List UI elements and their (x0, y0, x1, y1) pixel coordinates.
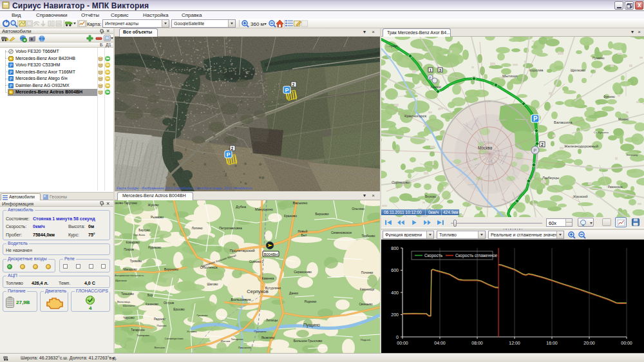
svg-text:В004ВН: В004ВН (264, 252, 278, 256)
svg-text:Услимы: Услимы (187, 330, 197, 333)
svg-text:2: 2 (541, 142, 544, 147)
svg-text:Каменка: Каменка (262, 277, 274, 280)
svg-text:Щиглево: Щиглево (115, 279, 127, 282)
svg-text:P: P (227, 151, 231, 158)
svg-text:Дубна: Дубна (236, 205, 247, 209)
svg-text:Жуковский: Жуковский (573, 195, 588, 198)
svg-text:Электроу.: Электроу. (626, 153, 638, 157)
svg-text:200: 200 (391, 312, 399, 317)
svg-text:Скорость сглаженное: Скорость сглаженное (455, 253, 498, 258)
svg-text:20:00: 20:00 (583, 341, 595, 345)
svg-text:Яковлево: Яковлево (261, 336, 275, 339)
svg-text:Сераксеево: Сераксеево (294, 270, 312, 274)
svg-text:Починки: Починки (361, 271, 374, 274)
svg-text:Вятское: Вятское (155, 346, 166, 349)
svg-text:P: P (534, 148, 537, 153)
svg-text:P: P (10, 83, 12, 88)
svg-text:...град: ...град (386, 44, 398, 48)
svg-text:Черноково-Тарутино: Черноково-Тарутино (115, 202, 137, 205)
svg-text:Остров: Остров (164, 301, 175, 305)
svg-text:Фрязино: Фрязино (603, 95, 615, 99)
svg-text:Заворово: Заворово (137, 334, 149, 337)
svg-text:Химки: Химки (430, 85, 440, 89)
svg-text:Ершово: Ершово (173, 308, 185, 311)
svg-text:Пушкино: Пушкино (592, 57, 605, 60)
svg-text:Тиньково: Тиньково (121, 292, 134, 296)
svg-text:Большевик: Большевик (231, 298, 251, 301)
svg-text:Окн-База: Окн-База (133, 233, 146, 236)
svg-text:Макарово: Макарово (123, 268, 137, 271)
svg-text:08:00: 08:00 (471, 341, 483, 345)
svg-text:Казаново: Казаново (146, 303, 158, 306)
svg-text:Пыгово: Пыгово (157, 324, 167, 327)
svg-text:Подсоб.: Подсоб. (361, 338, 371, 341)
svg-text:Королёв: Королёв (529, 68, 544, 72)
svg-text:Быт: Быт (301, 234, 308, 237)
svg-text:Внуково: Внуково (425, 195, 437, 198)
svg-text:Комарово: Комарово (126, 241, 140, 244)
svg-text:Торбеево: Торбеево (361, 234, 375, 238)
svg-text:Петропавловка: Петропавловка (219, 226, 242, 230)
svg-text:Монино: Монино (618, 118, 629, 121)
svg-text:Щёлково: Щёлково (571, 68, 585, 72)
svg-text:400: 400 (391, 291, 399, 295)
svg-text:12:00: 12:00 (509, 341, 520, 345)
svg-text:Бор: Бор (147, 294, 153, 297)
svg-text:0: 0 (396, 335, 399, 339)
svg-text:Свинаево: Свинаево (359, 303, 373, 306)
svg-text:Татарское: Татарское (131, 329, 145, 332)
svg-text:Чаусово: Чаусово (123, 316, 135, 319)
svg-text:2: 2 (292, 82, 295, 87)
svg-text:Лопино: Лопино (191, 226, 202, 230)
svg-text:Манушкино: Манушкино (255, 207, 273, 211)
svg-text:Пролетарский: Пролетарский (229, 249, 254, 252)
svg-text:800: 800 (391, 246, 399, 251)
svg-text:Паршино: Паршино (254, 330, 267, 333)
svg-text:Балашиха: Балашиха (554, 120, 573, 124)
svg-text:P: P (10, 63, 12, 68)
svg-text:Родники: Родники (305, 300, 317, 303)
svg-text:Макаровская песчаность: Макаровская песчаность (115, 274, 144, 277)
svg-text:Одинцово: Одинцово (392, 180, 410, 184)
svg-text:Шатово: Шатово (207, 283, 218, 286)
svg-text:Раменское: Раменское (608, 186, 623, 189)
svg-text:Железнодорожный: Железнодорожный (564, 144, 598, 148)
svg-text:Бутурлино: Бутурлино (265, 286, 281, 290)
svg-text:Скорость: Скорость (424, 253, 443, 258)
svg-text:Лишаково: Лишаково (238, 346, 252, 349)
svg-text:Шолнино: Шолнино (123, 304, 135, 307)
svg-text:Мытищи: Мытищи (502, 74, 518, 78)
svg-text:Тромово: Тромово (130, 260, 142, 263)
svg-text:Пущино: Пущино (303, 323, 320, 328)
svg-text:Васькино: Васькино (293, 201, 308, 205)
svg-text:Селиверстово: Селиверстово (165, 337, 184, 340)
svg-text:Люберцы: Люберцы (542, 176, 559, 180)
svg-text:Крюково: Крюково (284, 214, 297, 218)
svg-text:00:00: 00:00 (621, 341, 632, 345)
svg-text:Ольгино: Ольгино (352, 207, 365, 211)
svg-text:Новый: Новый (298, 229, 308, 233)
svg-text:Радоево: Радоево (154, 318, 166, 321)
svg-text:P: P (285, 87, 289, 93)
svg-text:Данки: Данки (289, 291, 298, 295)
svg-text:Нуриково: Нуриково (148, 246, 162, 249)
svg-text:Титерево: Титерево (231, 338, 244, 341)
svg-text:00:00: 00:00 (397, 341, 408, 345)
svg-text:P: P (533, 115, 538, 122)
svg-text:Барсуки: Барсуки (138, 229, 150, 232)
svg-text:P: P (10, 77, 12, 81)
svg-text:Москва: Москва (478, 146, 493, 150)
svg-text:Бершово: Бершово (315, 212, 328, 216)
svg-text:Ст. Купавна: Ст. Купавна (594, 131, 609, 134)
svg-text:Карта Google - Изображения 201: Карта Google - Изображения 2011 DigitalG… (117, 186, 252, 190)
svg-text:Рыжково: Рыжково (151, 216, 164, 219)
svg-text:Иоськи: Иоськи (221, 339, 231, 343)
svg-text:04:00: 04:00 (434, 341, 446, 345)
svg-text:Воронино: Воронино (164, 268, 178, 271)
svg-text:Красногорск: Красногорск (404, 114, 427, 118)
svg-text:Семеновское: Семеновское (331, 231, 352, 234)
svg-text:Грызово: Грызово (197, 314, 208, 317)
svg-text:2: 2 (231, 146, 234, 151)
svg-text:P: P (10, 70, 12, 74)
svg-text:Покров: Покров (124, 248, 134, 251)
